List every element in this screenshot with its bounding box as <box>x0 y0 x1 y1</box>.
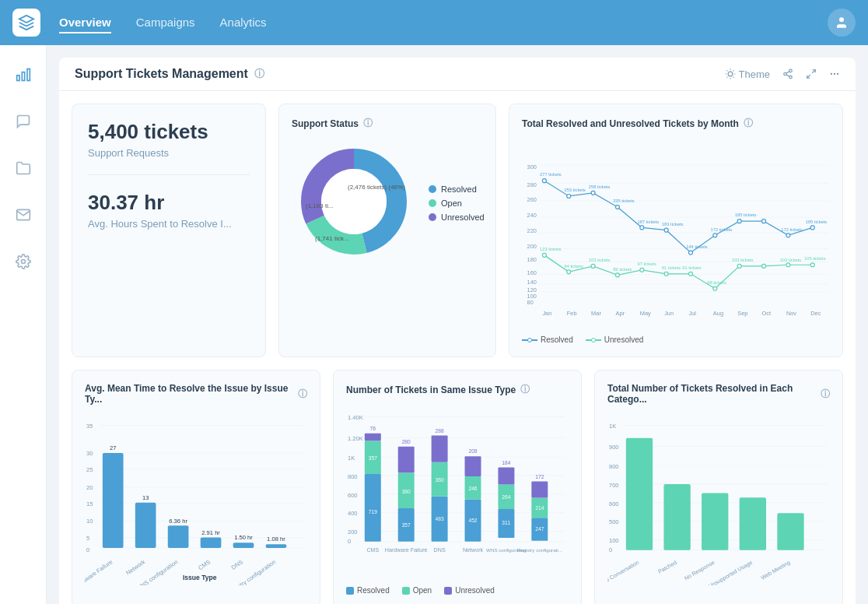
svg-point-72 <box>713 234 717 237</box>
svg-text:184: 184 <box>502 460 510 465</box>
svg-point-90 <box>591 264 595 268</box>
svg-text:Oct: Oct <box>762 310 772 317</box>
info-icon: ⓘ <box>520 383 530 396</box>
svg-text:483: 483 <box>436 516 444 521</box>
tickets-type-card: Number of Tickets in Same Issue Type ⓘ 1… <box>333 370 582 604</box>
svg-rect-135 <box>233 543 254 548</box>
nav-links: Overview Campaigns Analytics <box>59 12 828 33</box>
svg-text:260: 260 <box>527 196 537 203</box>
svg-point-99 <box>810 263 814 267</box>
svg-point-74 <box>762 219 766 223</box>
nav-analytics[interactable]: Analytics <box>220 12 267 33</box>
svg-text:900: 900 <box>609 444 619 451</box>
svg-rect-131 <box>168 525 189 548</box>
svg-text:172 tickets: 172 tickets <box>711 227 733 232</box>
stat-cards: 5,400 tickets Support Requests 30.37 hr … <box>72 104 266 357</box>
info-icon: ⓘ <box>254 67 264 81</box>
svg-rect-220 <box>626 438 653 550</box>
svg-text:277 tickets: 277 tickets <box>540 172 562 177</box>
expand-action[interactable] <box>806 68 817 79</box>
svg-text:258 tickets: 258 tickets <box>589 184 611 189</box>
svg-point-95 <box>713 286 717 290</box>
svg-point-4 <box>21 260 25 264</box>
svg-point-94 <box>689 272 693 276</box>
svg-text:10: 10 <box>86 518 93 525</box>
svg-rect-182 <box>465 456 481 476</box>
svg-text:1K: 1K <box>348 455 355 462</box>
svg-text:DNS: DNS <box>434 547 446 553</box>
svg-text:311: 311 <box>502 520 510 525</box>
svg-point-14 <box>789 69 793 72</box>
legend-unresolved: Unresolved <box>429 212 485 222</box>
svg-rect-162 <box>365 474 381 542</box>
theme-action[interactable]: Theme <box>725 68 770 80</box>
mean-time-svg: 35 30 25 20 15 10 5 0 <box>85 414 307 585</box>
svg-text:Hardware Failure: Hardware Failure <box>385 547 428 553</box>
svg-text:103 tickets: 103 tickets <box>780 258 802 262</box>
more-action[interactable] <box>829 68 840 79</box>
sidebar-icon-folder[interactable] <box>9 154 37 182</box>
svg-point-92 <box>640 268 644 272</box>
svg-point-76 <box>810 226 814 230</box>
svg-text:35: 35 <box>86 423 93 430</box>
svg-text:1.08 hr: 1.08 hr <box>267 536 285 543</box>
svg-text:220: 220 <box>527 227 537 234</box>
mean-time-title: Avg. Mean Time to Resolve the Issue by I… <box>85 383 307 405</box>
svg-line-9 <box>733 77 733 78</box>
legend-resolved: Resolved <box>346 586 390 595</box>
svg-text:97 tickets: 97 tickets <box>638 262 656 266</box>
svg-text:May: May <box>640 310 651 317</box>
category-title: Total Number of Tickets Resolved in Each… <box>607 383 830 405</box>
svg-text:200: 200 <box>527 243 537 250</box>
svg-rect-3 <box>16 76 19 81</box>
svg-text:105 tickets: 105 tickets <box>804 256 826 261</box>
sidebar-icon-barchart[interactable] <box>9 61 37 89</box>
svg-rect-176 <box>432 436 448 462</box>
svg-point-88 <box>542 253 546 257</box>
tickets-type-title: Number of Tickets in Same Issue Type ⓘ <box>346 383 569 396</box>
svg-point-89 <box>567 270 571 274</box>
svg-text:68 tickets: 68 tickets <box>707 280 726 285</box>
svg-rect-2 <box>22 72 24 81</box>
svg-text:DNS: DNS <box>230 558 244 571</box>
svg-text:380: 380 <box>402 489 411 494</box>
svg-text:235 tickets: 235 tickets <box>613 198 635 203</box>
sidebar-icon-mail[interactable] <box>9 201 37 229</box>
support-status-title: Support Status ⓘ <box>292 117 483 130</box>
support-status-card: Support Status ⓘ <box>278 104 496 357</box>
svg-line-19 <box>812 70 815 73</box>
svg-text:Jun: Jun <box>664 310 674 317</box>
svg-text:1.50 hr: 1.50 hr <box>234 534 253 541</box>
svg-text:Hardware Failure: Hardware Failure <box>85 558 114 585</box>
svg-point-93 <box>664 272 668 276</box>
svg-line-8 <box>726 70 727 71</box>
svg-text:719: 719 <box>369 509 377 514</box>
svg-rect-129 <box>135 503 156 548</box>
share-action[interactable] <box>782 68 793 79</box>
top-nav: Overview Campaigns Analytics <box>0 0 868 45</box>
nav-overview[interactable]: Overview <box>59 12 111 33</box>
svg-text:247: 247 <box>535 526 544 532</box>
svg-text:(1,183 ti...: (1,183 ti... <box>306 202 334 209</box>
svg-point-67 <box>591 191 595 195</box>
info-icon: ⓘ <box>298 388 307 401</box>
svg-text:Phone Conversation: Phone Conversation <box>607 560 640 585</box>
svg-text:2.91 hr: 2.91 hr <box>201 529 220 536</box>
category-card: Total Number of Tickets Resolved in Each… <box>594 370 843 604</box>
svg-text:6.36 hr: 6.36 hr <box>169 518 187 525</box>
nav-campaigns[interactable]: Campaigns <box>136 12 195 33</box>
svg-text:288: 288 <box>436 428 444 434</box>
svg-line-20 <box>807 75 810 78</box>
svg-line-17 <box>786 75 789 76</box>
sidebar-icon-settings[interactable] <box>9 248 37 276</box>
svg-text:280: 280 <box>402 439 411 444</box>
tickets-label: Support Requests <box>88 147 250 159</box>
svg-rect-223 <box>740 497 766 550</box>
user-avatar[interactable] <box>828 9 856 37</box>
svg-point-27 <box>321 169 387 234</box>
svg-point-23 <box>831 73 831 74</box>
bottom-row: Avg. Mean Time to Resolve the Issue by I… <box>72 370 843 604</box>
top-row: 5,400 tickets Support Requests 30.37 hr … <box>72 104 843 357</box>
hours-value: 30.37 hr <box>88 191 250 215</box>
sidebar-icon-chat[interactable] <box>9 107 37 135</box>
